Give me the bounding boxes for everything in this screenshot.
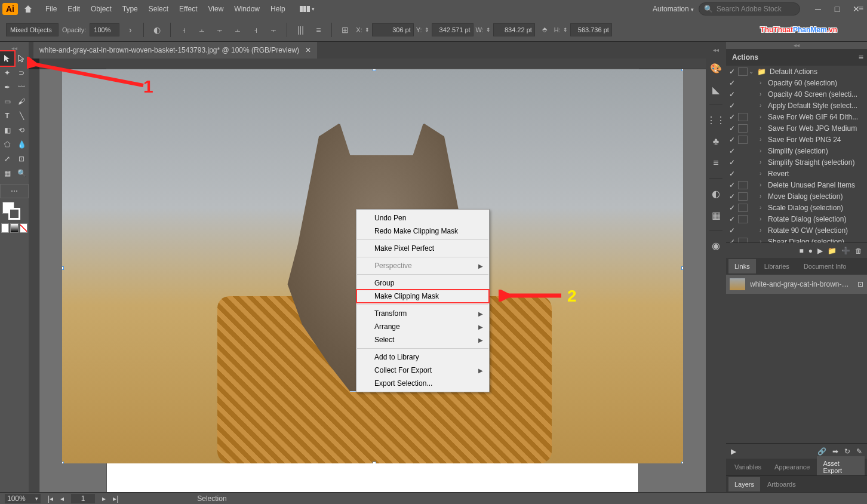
action-row[interactable]: ✓›Save For Web GIF 64 Dith...	[726, 111, 867, 122]
tab-document-info[interactable]: Document Info	[798, 259, 853, 273]
rotate-tool[interactable]: ⟲	[14, 123, 29, 137]
action-row[interactable]: ✓›Opacity 60 (selection)	[726, 77, 867, 88]
nav-last-icon[interactable]: ▸|	[113, 494, 118, 503]
relink-icon[interactable]: 🔗	[817, 447, 826, 456]
action-row[interactable]: ✓›Rotate Dialog (selection)	[726, 213, 867, 225]
eraser-tool[interactable]: ◧	[0, 123, 14, 137]
action-row[interactable]: ✓›Simplify Straight (selection)	[726, 156, 867, 168]
ctx-arrange[interactable]: Arrange▶	[356, 320, 489, 333]
ctx-make-clipping-mask[interactable]: Make Clipping Mask	[356, 290, 489, 303]
tab-asset-export[interactable]: Asset Export	[817, 456, 865, 478]
menu-file[interactable]: File	[41, 2, 62, 16]
action-row[interactable]: ✓›Opacity 40 Screen (selecti...	[726, 88, 867, 100]
panel-menu-icon[interactable]: ≡	[859, 4, 863, 13]
tab-artboards[interactable]: Artboards	[761, 477, 802, 491]
menu-object[interactable]: Object	[86, 2, 116, 16]
stop-icon[interactable]: ■	[800, 247, 804, 255]
chevron-right-icon[interactable]: ›	[123, 23, 137, 37]
expand-link-icon[interactable]: ▶	[731, 447, 736, 456]
dock-handle[interactable]: ◂◂	[713, 47, 719, 53]
ctx-redo-make-clipping-mask[interactable]: Redo Make Clipping Mask	[356, 225, 489, 238]
align-left-icon[interactable]: ⫞	[177, 23, 191, 37]
w-input[interactable]: 834.22 pt	[493, 23, 535, 36]
menu-type[interactable]: Type	[118, 2, 143, 16]
toolbox-handle[interactable]: ◂◂	[0, 44, 29, 51]
align-hcenter-icon[interactable]: ⫠	[195, 23, 209, 37]
tab-variables[interactable]: Variables	[728, 460, 767, 474]
magic-wand-tool[interactable]: ✦	[0, 66, 14, 80]
selection-tool[interactable]	[0, 51, 14, 66]
align-right-icon[interactable]: ⫟	[213, 23, 227, 37]
new-action-icon[interactable]: ➕	[841, 247, 850, 255]
play-icon[interactable]: ▶	[817, 247, 823, 255]
goto-link-icon[interactable]: ➡	[832, 447, 838, 456]
ctx-group[interactable]: Group	[356, 276, 489, 290]
new-folder-icon[interactable]: 📁	[828, 247, 837, 255]
tab-links[interactable]: Links	[728, 259, 756, 273]
maximize-button[interactable]: □	[829, 3, 846, 15]
h-input[interactable]: 563.736 pt	[570, 23, 612, 36]
minimize-button[interactable]: ─	[810, 3, 826, 15]
x-input[interactable]: 306 pt	[372, 23, 414, 36]
menu-edit[interactable]: Edit	[63, 2, 85, 16]
ctx-collect-for-export[interactable]: Collect For Export▶	[356, 364, 489, 377]
direct-selection-tool[interactable]	[14, 51, 29, 66]
lasso-tool[interactable]: ⊃	[14, 66, 29, 80]
artboard-nav-input[interactable]: 1	[71, 494, 95, 503]
nav-first-icon[interactable]: |◂	[48, 494, 53, 503]
appearance-panel-icon[interactable]: ◉	[709, 239, 722, 252]
home-icon[interactable]	[23, 4, 33, 14]
menu-effect[interactable]: Effect	[174, 2, 202, 16]
menu-view[interactable]: View	[204, 2, 229, 16]
nav-prev-icon[interactable]: ◂	[60, 494, 64, 503]
transparency-panel-icon[interactable]: ▦	[709, 208, 722, 222]
ctx-transform[interactable]: Transform▶	[356, 307, 489, 320]
paintbrush-tool[interactable]: 🖌	[14, 94, 29, 109]
tab-libraries[interactable]: Libraries	[758, 259, 795, 273]
update-link-icon[interactable]: ↻	[844, 447, 850, 456]
action-row[interactable]: ✓›Apply Default Style (select...	[726, 100, 867, 111]
align-bottom-icon[interactable]: ⫟	[266, 23, 281, 37]
action-row[interactable]: ✓›Simplify (selection)	[726, 145, 867, 156]
brushes-panel-icon[interactable]: ⋮⋮	[709, 113, 722, 127]
y-input[interactable]: 342.571 pt	[432, 23, 474, 36]
transform-icon[interactable]: ⊞	[338, 23, 352, 37]
gradient-tool[interactable]: ▦	[0, 166, 14, 180]
gradient-panel-icon[interactable]: ◐	[709, 187, 722, 200]
ctx-undo-pen[interactable]: Undo Pen	[356, 211, 489, 225]
action-row[interactable]: ✓›Save For Web JPG Medium	[726, 122, 867, 134]
tab-layers[interactable]: Layers	[728, 477, 760, 491]
edit-toolbar-button[interactable]: ⋯	[0, 184, 29, 198]
panel-menu-icon[interactable]: ≡	[859, 53, 863, 62]
color-mode-icon[interactable]	[1, 223, 9, 233]
ctx-export-selection-[interactable]: Export Selection...	[356, 377, 489, 390]
action-row[interactable]: ✓›Delete Unused Panel Items	[726, 179, 867, 190]
action-row[interactable]: ✓›Revert	[726, 168, 867, 179]
fill-stroke-swap[interactable]	[0, 201, 29, 220]
none-mode-icon[interactable]	[20, 223, 27, 233]
document-tab[interactable]: white-and-gray-cat-in-brown-woven-basket…	[33, 42, 317, 59]
free-transform-tool[interactable]: ⊡	[14, 152, 29, 166]
link-wh-icon[interactable]: ⬘	[537, 23, 552, 37]
line-tool[interactable]: ╲	[14, 109, 29, 123]
symbols-panel-icon[interactable]: ♣	[709, 135, 722, 148]
menu-select[interactable]: Select	[144, 2, 173, 16]
search-stock-input[interactable]: 🔍 Search Adobe Stock	[699, 2, 800, 16]
nav-next-icon[interactable]: ▸	[102, 494, 106, 503]
link-item-row[interactable]: white-and-gray-cat-in-brown-wo... ⊡	[726, 275, 867, 294]
action-row[interactable]: ✓›Move Dialog (selection)	[726, 190, 867, 202]
ctx-add-to-library[interactable]: Add to Library	[356, 351, 489, 364]
recolor-icon[interactable]: ◐	[150, 23, 164, 37]
dist-h-icon[interactable]: |||	[293, 23, 308, 37]
action-row[interactable]: ✓›Scale Dialog (selection)	[726, 202, 867, 213]
close-tab-icon[interactable]: ✕	[305, 46, 311, 54]
action-row[interactable]: ✓›Save For Web PNG 24	[726, 134, 867, 145]
color-panel-icon[interactable]: 🎨	[709, 62, 722, 75]
trash-icon[interactable]: 🗑	[855, 247, 862, 255]
zoom-input[interactable]: 100%▾	[5, 494, 41, 503]
ctx-make-pixel-perfect[interactable]: Make Pixel Perfect	[356, 242, 489, 255]
align-vcenter-icon[interactable]: ⫞	[248, 23, 263, 37]
opacity-input[interactable]: 100%	[90, 23, 119, 36]
action-row[interactable]: ✓›Rotate 90 CW (selection)	[726, 225, 867, 236]
menu-help[interactable]: Help	[266, 2, 290, 16]
